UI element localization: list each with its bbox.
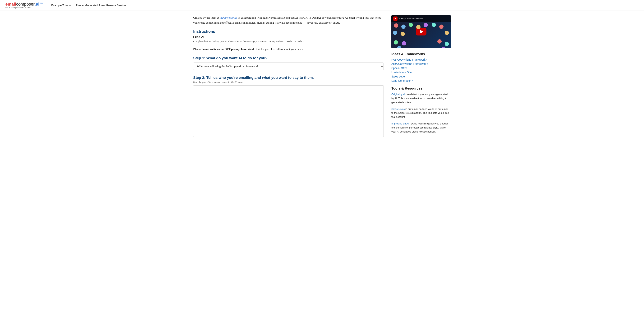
sidebar: X 4 Steps to Market Domina... ⋮ Ideas & … [392, 15, 451, 138]
framework-link-label-3: Limited-time Offer [392, 71, 413, 74]
framework-link-item-3: Limited-time Offer › [392, 71, 451, 74]
chevron-right-icon-3: › [414, 71, 414, 74]
framework-link-label-5: Lead Generation [392, 79, 411, 82]
framework-link-0[interactable]: PAS Copywriting Framework › [392, 58, 451, 61]
framework-link-label-2: Special Offer [392, 67, 407, 70]
framework-link-4[interactable]: Sales Letter › [392, 75, 451, 78]
nav-example-tutorial[interactable]: Example/Tutorial [51, 4, 71, 7]
feed-ai-heading: Feed AI [193, 35, 384, 39]
chevron-right-icon-1: › [427, 63, 428, 65]
logo-ai: .ai™ [35, 2, 44, 7]
site-header: emailcomposer.ai™ Let AI Compose Your Em… [0, 0, 644, 11]
avatar [397, 46, 401, 48]
video-menu-dots[interactable]: ⋮ [446, 17, 449, 21]
ideas-heading: Ideas & Frameworks [392, 52, 451, 56]
logo-tagline: Let AI Compose Your Emails [5, 7, 44, 9]
youtube-icon: X [393, 17, 398, 21]
avatar [438, 39, 442, 44]
chevron-right-icon-0: › [426, 58, 427, 61]
framework-link-item-2: Special Offer › [392, 67, 451, 70]
framework-link-3[interactable]: Limited-time Offer › [392, 71, 451, 74]
tools-item-2: Improving on AI - David McInnis guides y… [392, 122, 451, 134]
avatar [402, 41, 406, 46]
avatar [393, 31, 397, 35]
video-title-bar: X 4 Steps to Market Domina... ⋮ [392, 15, 451, 22]
tools-link-0[interactable]: Originality.ai [392, 93, 405, 96]
video-title-text: 4 Steps to Market Domina... [399, 18, 444, 20]
tools-link-1[interactable]: SalesNexus [392, 108, 404, 111]
logo-composer: composer [16, 2, 35, 7]
step1-heading: Step 1: What do you want AI to do for yo… [193, 56, 384, 60]
page-body: Created by the team at Newsworthy.ai in … [188, 11, 456, 146]
video-thumbnail: X 4 Steps to Market Domina... ⋮ [392, 15, 451, 48]
avatar [441, 47, 446, 48]
tools-link-2[interactable]: Improving on AI [392, 122, 409, 125]
tools-item-0: Originality.ai can detect if your copy w… [392, 92, 451, 104]
avatar [424, 23, 428, 27]
framework-link-item-5: Lead Generation › [392, 79, 451, 82]
avatar [400, 32, 405, 36]
framework-link-item-0: PAS Copywriting Framework › [392, 58, 451, 61]
avatar [409, 23, 413, 27]
instructions-heading: Instructions [193, 29, 384, 34]
avatar [432, 23, 436, 27]
bold-note-strong: Please do not write a chatGPT prompt her… [193, 48, 247, 51]
framework-links: PAS Copywriting Framework › AIDA Copywri… [392, 58, 451, 82]
feed-ai-sub: Complete the form below, give AI a basic… [193, 40, 384, 43]
framework-link-item-1: AIDA Copywriting Framework › [392, 62, 451, 65]
bold-note-rest: We do that for you. Just tell us about y… [247, 48, 304, 51]
main-content: Created by the team at Newsworthy.ai in … [193, 15, 392, 138]
step2-heading: Step 2: Tell us who you're emailing and … [193, 76, 384, 80]
framework-link-label-1: AIDA Copywriting Framework [392, 62, 426, 65]
tools-heading: Tools & Resources [392, 87, 451, 91]
avatar [445, 42, 449, 46]
avatar [445, 31, 449, 35]
logo-text: emailcomposer.ai™ [5, 2, 44, 7]
bold-note: Please do not write a chatGPT prompt her… [193, 47, 384, 51]
avatar [394, 24, 398, 28]
intro-prefix: Created by the team at [193, 16, 220, 19]
play-button[interactable] [416, 28, 426, 36]
sidebar-video[interactable]: X 4 Steps to Market Domina... ⋮ [392, 15, 451, 48]
avatar [401, 25, 406, 29]
nav-press-release[interactable]: Free AI Generated Press Release Service [76, 4, 126, 7]
play-triangle-icon [420, 30, 423, 34]
intro-newsworthy-link[interactable]: Newsworthy.ai [220, 16, 237, 19]
main-nav: Example/Tutorial Free AI Generated Press… [51, 4, 126, 7]
framework-link-label-0: PAS Copywriting Framework [392, 58, 426, 61]
framework-link-item-4: Sales Letter › [392, 75, 451, 78]
chevron-right-icon-2: › [408, 67, 408, 69]
avatar [439, 25, 444, 29]
chevron-right-icon-4: › [406, 75, 407, 78]
step2-sub: Describe your offer or announcement in 3… [193, 81, 384, 84]
avatar [394, 40, 398, 45]
chevron-right-icon-5: › [412, 79, 413, 82]
intro-paragraph: Created by the team at Newsworthy.ai in … [193, 15, 384, 25]
logo: emailcomposer.ai™ Let AI Compose Your Em… [5, 2, 44, 9]
framework-link-5[interactable]: Lead Generation › [392, 79, 451, 82]
logo-email: email [5, 2, 16, 7]
step1-select[interactable]: Write an email using the PAS copywriting… [193, 63, 384, 70]
framework-link-2[interactable]: Special Offer › [392, 67, 451, 70]
step2-textarea[interactable] [193, 85, 384, 137]
tools-item-1: SalesNexus is our email partner. We trus… [392, 107, 451, 119]
framework-link-label-4: Sales Letter [392, 75, 406, 78]
framework-link-1[interactable]: AIDA Copywriting Framework › [392, 62, 451, 65]
